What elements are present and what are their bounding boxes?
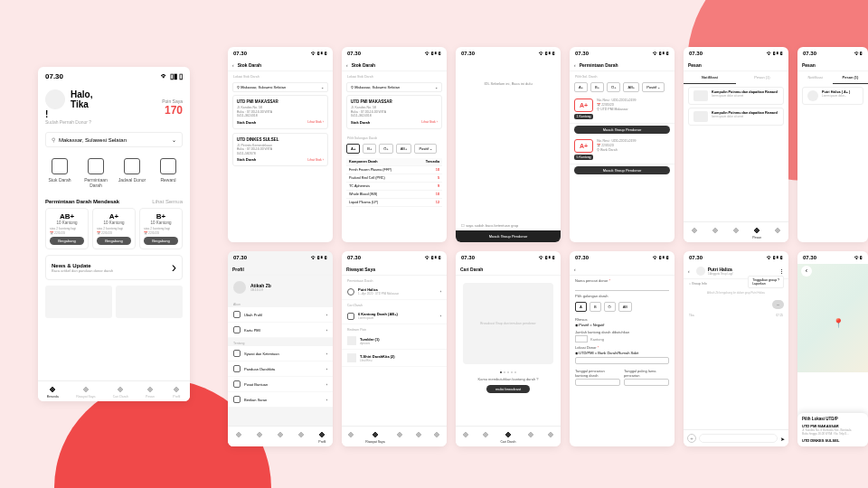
notif-item[interactable]: Kumpulin Poinmu dan dapatkan Rewardlorem… [688,108,784,126]
history-item[interactable]: Putri Haliza1 - Apr 2020 · UTD PMI Makas… [342,284,447,300]
radio-utd[interactable]: ◉ UTD/PMI [575,351,594,355]
menu-ubah-profil[interactable]: Ubah Profil› [228,307,333,323]
send-icon[interactable]: ➤ [780,436,785,442]
tab-pesan[interactable]: Pesan (1) [833,71,868,84]
notif-item[interactable]: Kumpulin Poinmu dan dapatkan Rewardlorem… [688,87,784,105]
chip-o[interactable]: O [604,302,616,312]
nav-profil[interactable]: Profil [317,430,326,444]
chip-b[interactable]: B [590,302,601,312]
see-all-link[interactable]: Lihat Semua [152,199,183,204]
attach-button[interactable]: + [687,434,696,443]
menu-icon[interactable]: ⋮ [779,268,784,274]
map-item[interactable]: UTD DINKES SULSEL [802,438,863,443]
nav-cari[interactable] [395,430,404,444]
menu-report[interactable]: Laporkan [752,282,779,286]
rhesus-select[interactable]: Positif ⌄ [642,82,665,92]
back-icon[interactable]: ‹ [574,267,576,272]
utd-card[interactable]: UTD PMI MAKASSAR Jl. Kandea No. 58Buka :… [232,95,328,129]
broadcast-button[interactable]: mulai broadcast [486,385,530,393]
input-jumlah[interactable] [575,335,588,343]
radio-bank[interactable]: ○ Bank Darah/Rumah Sakit [595,351,639,355]
join-button[interactable]: Bergabung [97,237,131,245]
radio-negatif[interactable]: ○ Negatif [590,323,604,327]
back-button[interactable]: ‹ [801,266,812,277]
rhesus-select[interactable]: Positif ⌄ [414,144,437,154]
nav-profil[interactable]: Profil [172,385,181,399]
nav-beranda[interactable] [690,226,699,239]
chip-a[interactable]: A+ [346,144,360,154]
input-nama[interactable] [575,284,669,291]
chat-item[interactable]: Putri Haliza ( A+ )Lorem ipsum dolor... [802,87,863,105]
nav-pesan[interactable] [297,430,306,444]
nav-pesan[interactable]: Pesan [752,226,761,239]
join-button[interactable]: Bergabung [50,237,84,245]
input-tgl-akhir[interactable] [624,379,669,386]
group-info-link[interactable]: Group Info [692,282,707,286]
nav-pesan[interactable]: Pesan [146,385,155,399]
location-picker[interactable]: ⚲Makassar, Sulawesi Selatan ⌄ [45,132,183,147]
nav-profil[interactable] [546,430,555,444]
chip-o[interactable]: O+ [607,82,620,92]
back-icon[interactable]: ‹ [688,268,690,274]
join-group-button[interactable]: Masuk Group Pendonor [574,166,670,174]
back-icon[interactable]: ‹ [232,62,234,68]
map-view[interactable] [797,264,868,372]
select-lokasi[interactable] [575,357,669,364]
nav-beranda[interactable] [346,430,355,444]
join-group-button[interactable]: Masuk Group Pendonor [574,126,670,134]
menu-stok-darah[interactable]: Stok Darah [43,158,75,188]
location-picker[interactable]: ⚲ Makassar, Sulawesi Selatan⌄ [232,82,328,92]
nav-cari[interactable]: Cari Darah [113,385,128,399]
tab-notifikasi[interactable]: Notifikasi [797,71,833,84]
menu-panduan[interactable]: Panduan Darahkita› [228,361,333,377]
nav-riwayat[interactable]: Riwayat Saya [76,385,95,399]
view-stock-link[interactable]: Lihat Stok › [307,158,324,162]
menu-bantuan[interactable]: Pusat Bantuan› [228,377,333,392]
menu-syarat[interactable]: Syarat dan Ketentuan› [228,346,333,361]
chip-a[interactable]: A [575,302,587,312]
nav-riwayat[interactable] [255,430,264,444]
menu-jadwal-donor[interactable]: Jadwal Donor [116,158,147,188]
back-icon[interactable]: ‹ [574,62,576,68]
location-picker[interactable]: ⚲ Makassar, Sulawesi Selatan⌄ [346,82,442,92]
menu-saran[interactable]: Berikan Saran› [228,392,333,408]
utd-card[interactable]: UTD DINKES SULSEL Jl. Perintis Kemerdeka… [232,133,328,167]
nav-riwayat[interactable] [711,226,720,239]
menu-kartu-pmi[interactable]: Kartu PMI› [228,323,333,338]
nav-riwayat[interactable]: Riwayat Saya [365,430,384,444]
menu-reward[interactable]: Reward [152,158,184,188]
chip-ab[interactable]: AB [618,302,632,312]
menu-permintaan-darah[interactable]: Permintaan Darah [80,158,111,188]
consent-button[interactable]: Masuk Group Pendonor [456,230,561,242]
back-icon[interactable]: ‹ [346,62,348,68]
nav-pesan[interactable] [526,430,535,444]
nav-beranda[interactable] [461,430,470,444]
chip-o[interactable]: O+ [379,144,392,154]
join-button[interactable]: Bergabung [144,237,178,245]
article-thumb[interactable] [116,286,183,318]
reward-item[interactable]: T-Shirt DarahKita (2)Lihat Resi [342,350,447,367]
nav-profil[interactable] [432,430,441,444]
reward-item[interactable]: Tumbler (1)diproses [342,333,447,350]
input-tgl-mulai[interactable] [575,379,620,386]
consent-checkbox[interactable]: ☐ saya sudah baca ketentuan grup [461,223,518,228]
chip-b[interactable]: B+ [590,82,604,92]
chip-ab[interactable]: AB+ [623,82,639,92]
nav-pesan[interactable] [414,430,423,444]
tab-pesan[interactable]: Pesan (1) [736,71,788,84]
nav-cari[interactable] [731,226,741,239]
history-item[interactable]: 6 Kantong Darah (AB+)Lorem ipsum› [342,308,447,324]
nav-beranda[interactable] [234,430,243,444]
tab-notifikasi[interactable]: Notifikasi [684,71,736,84]
chip-ab[interactable]: AB+ [396,144,412,154]
nav-cari[interactable] [276,430,285,444]
nav-profil[interactable] [773,226,782,239]
nav-riwayat[interactable] [481,430,490,444]
view-stock-link[interactable]: Lihat Stok › [307,120,324,124]
nav-cari[interactable]: Cari Darah [501,430,516,444]
article-thumb[interactable] [45,286,112,318]
nav-beranda[interactable]: Beranda [47,385,59,399]
chip-b[interactable]: B+ [363,144,376,154]
chip-a[interactable]: A+ [574,82,588,92]
chat-input[interactable] [699,434,778,443]
